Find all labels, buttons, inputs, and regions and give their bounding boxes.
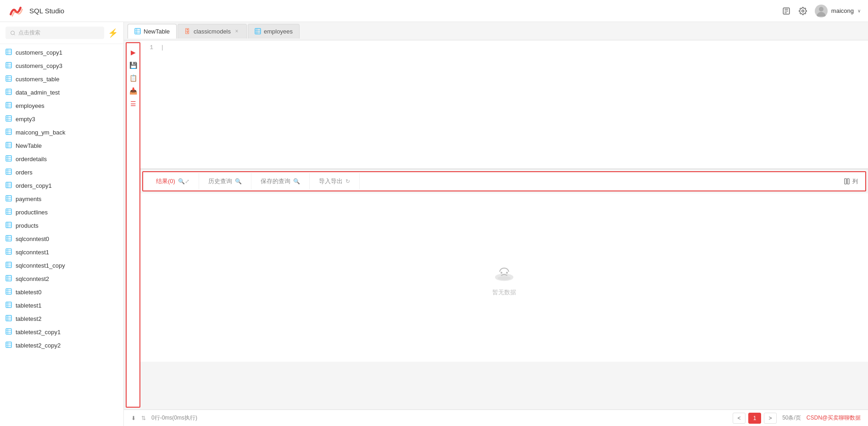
svg-rect-16 [6, 89, 11, 95]
sort-icon: ⇅ [141, 415, 146, 421]
table-icon [6, 315, 12, 323]
csdn-link[interactable]: CSDN@买卖聊聊数据 [807, 414, 861, 422]
download-icon[interactable]: 📥 [128, 85, 139, 96]
next-page-button[interactable]: > [764, 413, 777, 424]
sidebar-item-label: orders_copy1 [16, 182, 109, 189]
sidebar-item[interactable]: tabletest2_copy2 ··· [0, 339, 123, 352]
main-layout: 点击搜索 ⚡ customers_copy1 ··· customers_cop… [0, 22, 868, 426]
tab-label: employees [264, 28, 293, 35]
sidebar-item[interactable]: employees ··· [0, 99, 123, 112]
sidebar-item[interactable]: tabletest2_copy1 ··· [0, 325, 123, 339]
menu-icon[interactable]: ☰ [128, 98, 139, 109]
sidebar-item[interactable]: orders ··· [0, 166, 123, 179]
sidebar-item[interactable]: NewTable ··· [0, 139, 123, 152]
sidebar-item[interactable]: customers_table ··· [0, 73, 123, 86]
docs-icon[interactable] [782, 6, 791, 16]
cursor-line: | [161, 44, 164, 165]
stats-text: 0行-0ms(0ms执行) [151, 414, 197, 422]
col-button-label: 列 [852, 178, 858, 185]
sidebar-item-label: sqlconntest1 [16, 249, 109, 256]
sidebar-list: customers_copy1 ··· customers_copy3 ··· … [0, 44, 123, 426]
run-icon[interactable]: ▶ [128, 47, 139, 58]
editor-area: ▶💾📋📥☰ 1 | 结果(0) 🔍⤢历史查询 🔍保存的查询 🔍导入导出 ↻ 列 [124, 40, 868, 409]
table-icon [6, 302, 12, 309]
sidebar-item-label: sqlconntest2 [16, 275, 109, 282]
sidebar-item-label: customers_copy1 [16, 49, 109, 56]
sidebar-item[interactable]: tabletest2 ··· [0, 312, 123, 325]
tab-close-button[interactable]: × [234, 28, 240, 34]
result-tab-1[interactable]: 历史查询 🔍 [199, 173, 251, 190]
result-tab-0[interactable]: 结果(0) 🔍⤢ [147, 173, 199, 190]
format-icon[interactable]: 📋 [128, 73, 139, 84]
sidebar-item[interactable]: orders_copy1 ··· [0, 179, 123, 192]
page-size: 50条/页 [782, 414, 801, 422]
tab-employees[interactable]: employees [248, 24, 300, 39]
table-icon [6, 102, 12, 110]
sidebar-item[interactable]: customers_copy1 ··· [0, 46, 123, 59]
result-tab-2[interactable]: 保存的查询 🔍 [251, 173, 310, 190]
sidebar-item[interactable]: customers_copy3 ··· [0, 59, 123, 73]
result-tab-label: 历史查询 [208, 177, 232, 185]
result-tab-icon: ↻ [345, 178, 350, 185]
app-logo [7, 3, 24, 19]
tab-label: NewTable [144, 28, 170, 35]
sidebar-item[interactable]: data_admin_test ··· [0, 86, 123, 99]
svg-point-3 [11, 31, 15, 34]
svg-rect-28 [6, 129, 11, 135]
sidebar-item[interactable]: productlines ··· [0, 206, 123, 219]
sidebar-item[interactable]: sqlconntest1 ··· [0, 246, 123, 259]
svg-rect-12 [6, 76, 11, 81]
sidebar-item[interactable]: maicong_ym_back ··· [0, 126, 123, 139]
avatar [815, 5, 828, 17]
table-icon [6, 155, 12, 163]
download-icon[interactable]: ⬇ [131, 415, 136, 421]
svg-rect-52 [6, 209, 11, 214]
sidebar-item[interactable]: tabletest1 ··· [0, 299, 123, 312]
sidebar-item[interactable]: empty3 ··· [0, 112, 123, 126]
table-icon [6, 222, 12, 230]
tab-newtable[interactable]: NewTable [128, 24, 177, 39]
save-icon[interactable]: 💾 [128, 60, 139, 71]
table-icon [6, 115, 12, 123]
table-icon [6, 275, 12, 283]
db-tab-icon: 🗄 [184, 28, 191, 34]
sidebar-item[interactable]: sqlconntest2 ··· [0, 272, 123, 286]
svg-rect-64 [6, 249, 11, 254]
table-icon [6, 129, 12, 136]
user-area[interactable]: maicong ∨ [815, 5, 861, 17]
sidebar-item[interactable]: sqlconntest1_copy ··· [0, 259, 123, 272]
sidebar-item[interactable]: tabletest0 ··· [0, 286, 123, 299]
col-button[interactable]: 列 [840, 176, 862, 187]
result-tab-3[interactable]: 导入导出 ↻ [310, 173, 360, 190]
table-icon [6, 235, 12, 243]
sidebar-item[interactable]: sqlconntest0 ··· [0, 232, 123, 246]
columns-icon [844, 178, 851, 185]
bottom-bar: ⬇ ⇅ 0行-0ms(0ms执行) < 1 > 50条/页 CSDN@买卖聊聊数… [124, 409, 868, 426]
settings-icon[interactable] [798, 6, 807, 16]
sidebar-item[interactable]: payments ··· [0, 192, 123, 206]
table-icon [6, 195, 12, 203]
search-box[interactable]: 点击搜索 [6, 27, 104, 39]
svg-rect-56 [6, 222, 11, 228]
bolt-icon[interactable]: ⚡ [108, 28, 118, 38]
code-editor[interactable]: 1 | [140, 40, 868, 169]
prev-page-button[interactable]: < [733, 413, 746, 424]
result-tab-icon: 🔍 [293, 178, 300, 185]
current-page[interactable]: 1 [748, 413, 761, 424]
svg-rect-32 [6, 142, 11, 148]
empty-text: 暂无数据 [492, 288, 516, 297]
table-icon [6, 328, 12, 336]
sidebar-item[interactable]: products ··· [0, 219, 123, 232]
svg-rect-48 [6, 196, 11, 201]
result-tab-label: 保存的查询 [261, 177, 290, 185]
sidebar-item-label: customers_copy3 [16, 62, 109, 69]
tab-classicmodels[interactable]: 🗄classicmodels× [178, 24, 247, 39]
sidebar-item[interactable]: orderdetails ··· [0, 152, 123, 166]
svg-rect-80 [6, 302, 11, 308]
table-icon [6, 208, 12, 216]
svg-rect-72 [6, 275, 11, 281]
sidebar-item-label: tabletest2 [16, 315, 109, 322]
app-title: SQL Studio [29, 7, 64, 15]
sidebar-item-label: productlines [16, 209, 109, 216]
svg-rect-4 [6, 49, 11, 55]
